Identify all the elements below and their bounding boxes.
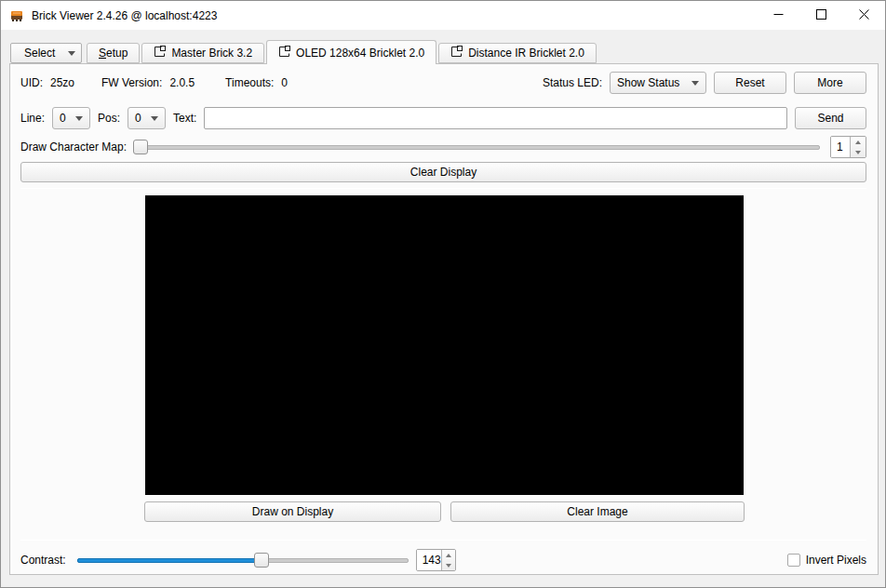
separator-line: [20, 540, 866, 541]
character-map-spinbox-value: 1: [831, 137, 850, 157]
brick-chip-icon: [9, 8, 24, 23]
more-button[interactable]: More: [794, 72, 866, 94]
tab-oled-bricklet[interactable]: OLED 128x64 Bricklet 2.0: [266, 40, 436, 64]
line-dropdown[interactable]: 0: [52, 107, 90, 129]
text-entry-row: Line: 0 Pos: 0 Text: Send: [20, 107, 866, 129]
line-dropdown-value: 0: [60, 112, 66, 125]
separator-line: [20, 188, 866, 189]
bricklet-icon: [278, 46, 290, 60]
contrast-row: Contrast: 143 Invert Pixels: [20, 549, 866, 571]
chevron-down-icon: [68, 51, 75, 56]
tab-setup-label: Setup: [99, 47, 128, 60]
spin-up-button[interactable]: [442, 550, 455, 560]
brick-viewer-window: Brick Viewer 2.4.26 @ localhost:4223 Sel…: [0, 0, 886, 588]
contrast-slider[interactable]: [77, 549, 409, 571]
clear-image-button[interactable]: Clear Image: [450, 501, 745, 522]
window-title: Brick Viewer 2.4.26 @ localhost:4223: [32, 9, 757, 22]
timeouts-value: 0: [281, 76, 288, 89]
text-label: Text:: [173, 112, 196, 125]
character-map-slider[interactable]: [133, 136, 820, 158]
triangle-down-icon: [446, 564, 451, 568]
oled-tab-panel: UID: 25zo FW Version: 2.0.5 Timeouts: 0 …: [9, 63, 879, 575]
bricklet-icon: [154, 46, 166, 60]
tab-setup[interactable]: Setup: [87, 43, 140, 63]
slider-fill: [77, 558, 259, 563]
spin-down-button[interactable]: [851, 147, 866, 157]
tab-distance-ir-bricklet-label: Distance IR Bricklet 2.0: [468, 47, 584, 60]
spin-down-button[interactable]: [442, 560, 455, 570]
send-button[interactable]: Send: [795, 107, 866, 129]
oled-display-canvas[interactable]: [145, 195, 744, 495]
reset-button[interactable]: Reset: [714, 72, 786, 94]
close-icon: [859, 8, 869, 22]
timeouts-label: Timeouts:: [225, 76, 274, 89]
tab-master-brick-label: Master Brick 3.2: [171, 47, 252, 60]
chevron-down-icon: [691, 81, 699, 86]
maximize-icon: [816, 8, 826, 22]
contrast-label: Contrast:: [20, 554, 66, 567]
triangle-down-icon: [855, 151, 861, 154]
status-led-label: Status LED:: [543, 76, 602, 89]
minimize-icon: [773, 8, 784, 22]
contrast-spinbox-value: 143: [417, 550, 441, 570]
draw-on-display-button[interactable]: Draw on Display: [144, 501, 441, 522]
text-input[interactable]: [204, 107, 787, 129]
uid-value: 25zo: [50, 76, 74, 89]
tab-master-brick[interactable]: Master Brick 3.2: [141, 43, 264, 63]
draw-character-map-label: Draw Character Map:: [20, 140, 127, 154]
character-map-row: Draw Character Map: 1: [20, 136, 866, 158]
invert-pixels-checkbox[interactable]: [787, 554, 800, 567]
clear-display-button[interactable]: Clear Display: [20, 162, 866, 182]
status-led-dropdown-value: Show Status: [617, 76, 679, 89]
slider-handle[interactable]: [254, 553, 269, 568]
status-led-dropdown[interactable]: Show Status: [610, 72, 706, 94]
contrast-spinbox[interactable]: 143: [416, 549, 456, 571]
chevron-down-icon: [75, 116, 83, 121]
invert-pixels-group: Invert Pixels: [787, 554, 866, 567]
slider-track[interactable]: [133, 145, 820, 150]
titlebar: Brick Viewer 2.4.26 @ localhost:4223: [1, 1, 885, 30]
minimize-button[interactable]: [757, 1, 799, 30]
character-map-spinbox[interactable]: 1: [830, 136, 866, 158]
select-dropdown[interactable]: Select: [10, 43, 82, 63]
slider-handle[interactable]: [133, 140, 148, 154]
spin-up-button[interactable]: [851, 137, 866, 147]
close-button[interactable]: [842, 1, 885, 30]
fw-version-label: FW Version:: [101, 76, 162, 89]
bricklet-icon: [450, 46, 463, 60]
pos-dropdown-value: 0: [135, 112, 141, 125]
uid-label: UID:: [20, 76, 43, 89]
fw-version-value: 2.0.5: [169, 76, 195, 89]
tab-oled-bricklet-label: OLED 128x64 Bricklet 2.0: [296, 47, 424, 60]
triangle-up-icon: [446, 554, 451, 557]
triangle-up-icon: [855, 140, 861, 144]
maximize-button[interactable]: [799, 1, 842, 30]
select-dropdown-label: Select: [24, 47, 55, 60]
device-info-row: UID: 25zo FW Version: 2.0.5 Timeouts: 0 …: [20, 72, 866, 94]
tab-distance-ir-bricklet[interactable]: Distance IR Bricklet 2.0: [438, 43, 597, 63]
chevron-down-icon: [151, 116, 158, 121]
line-label: Line:: [20, 112, 45, 125]
pos-label: Pos:: [98, 112, 120, 125]
pos-dropdown[interactable]: 0: [128, 107, 166, 129]
tab-bar: Select Setup Master Brick 3.2 OLED 12: [10, 40, 598, 63]
invert-pixels-label: Invert Pixels: [806, 554, 866, 567]
